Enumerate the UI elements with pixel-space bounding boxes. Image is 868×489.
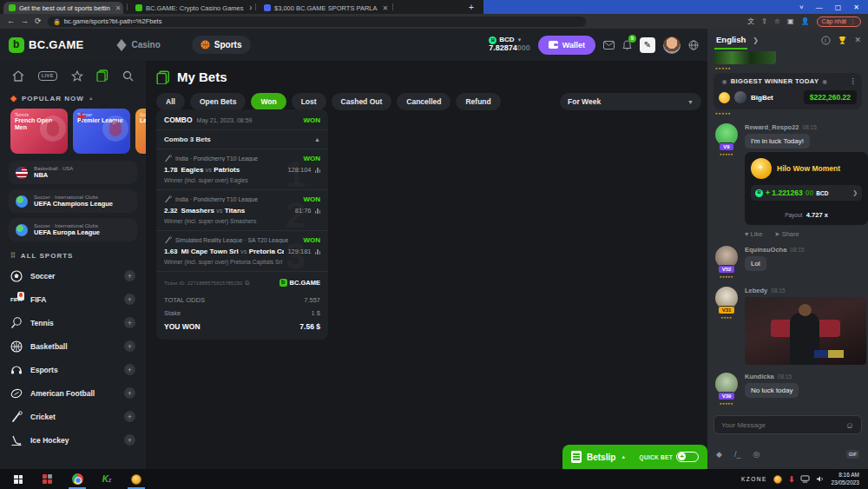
sport-item-ice-hockey[interactable]: Ice Hockey + (0, 428, 146, 452)
tab-close-icon[interactable]: ✕ (383, 4, 389, 12)
sport-item-soccer[interactable]: Soccer + (0, 264, 146, 287)
balance-display[interactable]: BCD ▼ 7.82874000 (489, 36, 530, 53)
coin-drop-icon[interactable]: ◆ (716, 450, 722, 459)
copy-icon[interactable]: ⧉ (245, 280, 249, 287)
nav-sports[interactable]: Sports (192, 36, 251, 54)
expand-plus-icon[interactable]: + (124, 317, 135, 328)
bookmark-star-icon[interactable]: ☆ (774, 17, 780, 25)
close-icon[interactable]: ✕ (853, 3, 859, 11)
maximize-icon[interactable]: ▢ (835, 3, 842, 11)
speaker-icon[interactable] (816, 475, 825, 483)
forward-icon[interactable]: → (21, 17, 29, 25)
filter-cashed-out[interactable]: Cashed Out (332, 93, 392, 110)
popular-card-premier-league[interactable]: Soccer Premier League (73, 109, 130, 154)
taskbar-app-3[interactable] (122, 469, 151, 489)
expand-plus-icon[interactable]: + (124, 340, 135, 352)
hilo-amount-row[interactable]: + 1.221263 00 BCD ❯ (751, 185, 862, 201)
my-bets-icon[interactable] (96, 69, 108, 82)
side-panel-icon[interactable]: ▣ (787, 17, 794, 25)
like-button[interactable]: ♥ Like (745, 230, 762, 238)
chat-input[interactable]: ☺ (713, 415, 862, 434)
message-username[interactable]: Kundicka (745, 373, 774, 380)
hilo-win-card[interactable]: Hilo Wow Moment + 1.221263 00 BCD ❯ Payo… (745, 152, 868, 225)
sport-item-cricket[interactable]: Cricket + (0, 405, 146, 428)
user-avatar[interactable] (663, 36, 681, 54)
chat-gif-image[interactable] (745, 297, 866, 365)
bet-combo-row[interactable]: Combo 3 Bets ▲ (156, 130, 328, 149)
tray-coin-icon[interactable] (773, 475, 782, 484)
filter-won[interactable]: Won (251, 93, 286, 110)
gif-keyboard-icon[interactable]: GIF (846, 450, 859, 459)
info-icon[interactable]: i (821, 36, 831, 45)
sport-item-basketball[interactable]: Basketball + (0, 334, 146, 358)
bet-card[interactable]: COMBO May 21, 2023, 08:59 WON Combo 3 Be… (156, 109, 328, 340)
kebab-menu-icon[interactable]: ⋮ (850, 77, 857, 85)
stats-icon[interactable] (315, 167, 321, 173)
browser-tab-3[interactable]: $3,000 BC.GAME SPORTS PARLA ✕ (259, 2, 389, 14)
favorites-star-icon[interactable] (71, 70, 83, 82)
slash-command-icon[interactable]: /_ (734, 450, 741, 459)
popular-card-laliga[interactable]: Soccer LaLiga (135, 109, 146, 154)
wallet-button[interactable]: Wallet (538, 36, 595, 55)
quick-bet-toggle[interactable]: QUICK BET (640, 452, 699, 462)
start-button[interactable] (3, 469, 33, 489)
address-bar[interactable]: 🔒 bc.game/sports?bt-path=%2Fbets (48, 17, 586, 27)
taskbar-chrome[interactable] (62, 469, 92, 489)
mail-icon[interactable] (603, 41, 615, 50)
expand-plus-icon[interactable]: + (124, 434, 135, 446)
taskbar-app-2[interactable]: Kz (92, 469, 122, 489)
expand-plus-icon[interactable]: + (124, 270, 135, 281)
tab-close-icon[interactable]: ✕ (115, 4, 122, 12)
popular-now-header[interactable]: ◆ POPULAR NOW ▲ (0, 89, 146, 107)
filter-cancelled[interactable]: Cancelled (397, 93, 450, 110)
new-tab-button[interactable]: + (469, 3, 474, 12)
search-icon[interactable] (122, 70, 134, 82)
sport-item-esports[interactable]: Esports + (0, 358, 146, 381)
filter-all[interactable]: All (156, 93, 185, 110)
share-icon[interactable]: ⇪ (761, 17, 767, 25)
expand-plus-icon[interactable]: + (124, 294, 135, 305)
sport-item-tennis[interactable]: Tennis + (0, 311, 146, 334)
betslip-bar[interactable]: Betslip ▲ QUICK BET (562, 445, 707, 469)
tab-close-icon[interactable]: ✕ (249, 4, 252, 12)
taskbar-clock[interactable]: 8:16 AM 23/05/2023 (831, 472, 865, 487)
message-username[interactable]: Lebedy (745, 287, 767, 294)
browser-tab-2[interactable]: BC.GAME: Crypto Casino Games ✕ (130, 2, 252, 14)
filter-lost[interactable]: Lost (292, 93, 326, 110)
filter-refund[interactable]: Refund (456, 93, 500, 110)
chat-language-tab[interactable]: English (714, 31, 747, 50)
nav-casino[interactable]: Casino (107, 35, 169, 56)
trophy-icon[interactable] (838, 36, 847, 45)
sport-item-american-football[interactable]: American Football + (0, 381, 146, 405)
tab-search-icon[interactable]: ˅ (799, 3, 804, 11)
chevron-right-icon[interactable]: ❯ (753, 36, 759, 44)
reload-icon[interactable]: ⟳ (35, 17, 42, 25)
kebab-menu-icon[interactable]: ⋮ (850, 18, 856, 25)
chevron-right-icon[interactable]: ❯ (852, 189, 858, 196)
taskbar-app-1[interactable] (33, 469, 62, 489)
message-username[interactable]: Reward_Respo22 (745, 123, 799, 131)
expand-plus-icon[interactable]: + (124, 364, 135, 375)
bcgame-logo[interactable]: BC.GAME (9, 37, 84, 53)
network-icon[interactable] (800, 475, 810, 483)
notifications-bell-icon[interactable]: 5 (622, 40, 632, 50)
message-username[interactable]: EquinsuOcha (745, 246, 786, 254)
emoji-icon[interactable]: ☺ (845, 420, 854, 430)
chat-close-icon[interactable]: ✕ (854, 36, 861, 44)
profile-icon[interactable]: 👤 (801, 17, 810, 25)
popular-list-uel[interactable]: Soccer · International Clubs UEFA Europa… (9, 218, 137, 241)
toggle-switch[interactable] (676, 452, 699, 462)
home-icon[interactable] (12, 70, 24, 82)
expand-plus-icon[interactable]: + (124, 387, 135, 399)
period-dropdown[interactable]: For Week ▼ (560, 93, 701, 110)
sport-item-fifa[interactable]: FIFA FIFA + (0, 287, 146, 311)
stats-icon[interactable] (315, 248, 321, 254)
download-arrow-icon[interactable]: ⬇ (788, 475, 795, 484)
winner-name[interactable]: BigBet (751, 94, 773, 102)
live-icon[interactable]: LIVE (38, 71, 57, 81)
collapse-caret-icon[interactable]: ▲ (314, 136, 320, 142)
back-icon[interactable]: ← (7, 17, 15, 25)
stats-icon[interactable] (315, 208, 321, 214)
popular-card-french-open[interactable]: Tennis French Open Men (10, 109, 68, 154)
popular-list-ucl[interactable]: Soccer · International Clubs UEFA Champi… (9, 189, 137, 213)
